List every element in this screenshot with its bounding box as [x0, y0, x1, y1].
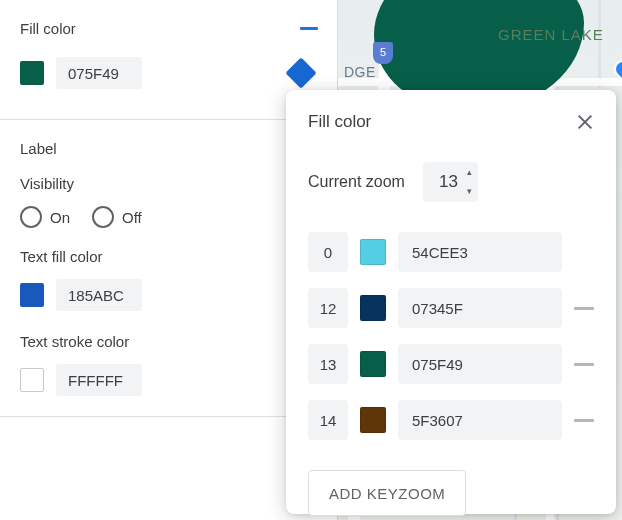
label-section-title: Label — [20, 140, 318, 157]
zoom-stop-row: 13075F49 — [308, 344, 594, 384]
radio-icon — [20, 206, 42, 228]
text-fill-field[interactable]: 185ABC — [20, 279, 318, 311]
zoom-stop-row: 1207345F — [308, 288, 594, 328]
radio-icon — [92, 206, 114, 228]
text-stroke-hex[interactable]: FFFFFF — [56, 364, 142, 396]
map-label-dge: DGE — [344, 64, 376, 80]
fill-color-field[interactable]: 075F49 — [20, 57, 318, 89]
stop-zoom-input[interactable]: 12 — [308, 288, 348, 328]
highway-shield: 5 — [373, 42, 393, 64]
stop-hex-input[interactable]: 075F49 — [398, 344, 562, 384]
zoom-stop-row: 054CEE3 — [308, 232, 594, 272]
text-stroke-label: Text stroke color — [20, 333, 318, 350]
fill-color-swatch — [20, 61, 44, 85]
stop-hex-input[interactable]: 54CEE3 — [398, 232, 562, 272]
current-zoom-label: Current zoom — [308, 173, 405, 191]
stop-zoom-input[interactable]: 13 — [308, 344, 348, 384]
current-zoom-stepper[interactable]: 13 ▴▾ — [423, 162, 478, 202]
current-zoom-value: 13 — [439, 172, 458, 192]
collapse-icon[interactable] — [300, 27, 318, 30]
text-fill-label: Text fill color — [20, 248, 318, 265]
stepper-arrows-icon[interactable]: ▴▾ — [467, 168, 472, 196]
visibility-off[interactable]: Off — [92, 206, 142, 228]
fill-color-popover: Fill color Current zoom 13 ▴▾ 054CEE3120… — [286, 90, 616, 514]
remove-stop-icon[interactable] — [574, 363, 594, 366]
marker-handle[interactable] — [290, 62, 312, 84]
stop-color-swatch[interactable] — [360, 295, 386, 321]
stop-color-swatch[interactable] — [360, 407, 386, 433]
stop-color-swatch[interactable] — [360, 351, 386, 377]
visibility-off-label: Off — [122, 209, 142, 226]
visibility-on[interactable]: On — [20, 206, 70, 228]
add-keyzoom-button[interactable]: ADD KEYZOOM — [308, 470, 466, 516]
zoom-stop-row: 145F3607 — [308, 400, 594, 440]
text-fill-hex[interactable]: 185ABC — [56, 279, 142, 311]
text-stroke-field[interactable]: FFFFFF — [20, 364, 318, 396]
remove-stop-icon[interactable] — [574, 307, 594, 310]
stop-hex-input[interactable]: 5F3607 — [398, 400, 562, 440]
stop-color-swatch[interactable] — [360, 239, 386, 265]
remove-stop-icon[interactable] — [574, 419, 594, 422]
fill-color-label: Fill color — [20, 20, 76, 37]
text-fill-swatch — [20, 283, 44, 307]
stop-hex-input[interactable]: 07345F — [398, 288, 562, 328]
text-stroke-swatch — [20, 368, 44, 392]
stop-zoom-input[interactable]: 0 — [308, 232, 348, 272]
visibility-label: Visibility — [20, 175, 318, 192]
popover-title: Fill color — [308, 112, 371, 132]
close-icon[interactable] — [576, 113, 594, 131]
map-label-greenlake: GREEN LAKE — [498, 26, 604, 43]
visibility-on-label: On — [50, 209, 70, 226]
fill-color-hex[interactable]: 075F49 — [56, 57, 142, 89]
stop-zoom-input[interactable]: 14 — [308, 400, 348, 440]
